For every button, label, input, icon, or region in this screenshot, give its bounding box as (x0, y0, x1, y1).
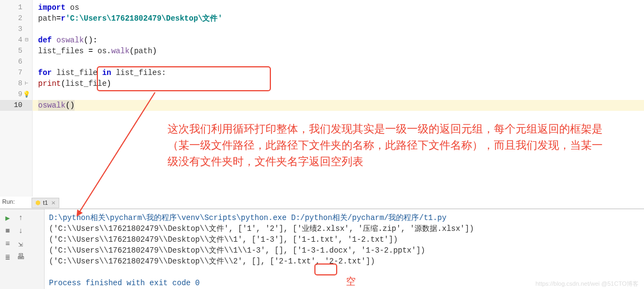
line-number: 1 (0, 2, 32, 13)
watermark: https://blog.csdn.net/wei @51CTO博客 (536, 280, 639, 288)
down-button[interactable]: ↓ (14, 224, 27, 237)
console-output[interactable]: D:\python相关\pycharm\我的程序\venv\Scripts\py… (45, 209, 644, 289)
output-line: ('C:\\Users\\17621802479\\Desktop\\文件\\2… (49, 256, 640, 267)
code-line: for list_file in list_files: (33, 67, 644, 78)
stop-button[interactable]: ■ (1, 224, 14, 237)
code-line: path=r'C:\Users\17621802479\Desktop\文件' (33, 13, 644, 24)
line-number: 5 (0, 46, 32, 56)
line-number: 3 (0, 24, 32, 35)
output-line: ('C:\\Users\\17621802479\\Desktop\\文件\\1… (49, 245, 640, 256)
explanation-text: 这次我们利用循环打印整体，我们发现其实是一级一级的返回元组，每个元组返回的框架是… (168, 121, 608, 169)
wrap-button[interactable]: ⇲ (14, 237, 27, 250)
code-line (33, 89, 644, 100)
code-area[interactable]: import os path=r'C:\Users\17621802479\De… (33, 0, 644, 197)
code-line: oswalk() (33, 100, 644, 111)
output-line: ('C:\\Users\\17621802479\\Desktop\\文件\\1… (49, 234, 640, 245)
up-button[interactable]: ↑ (14, 211, 27, 224)
print-button[interactable]: 🖶 (14, 250, 27, 263)
code-line: import os (33, 2, 644, 13)
tab-label: t1 (43, 199, 48, 206)
fold-icon[interactable]: ⊟ (23, 36, 30, 43)
lightbulb-icon[interactable]: 💡 (23, 90, 30, 98)
code-line (33, 56, 644, 67)
code-line: print(list_file) (33, 78, 644, 89)
layout-button[interactable]: ≡ (1, 237, 14, 250)
code-line (33, 24, 644, 35)
more-button[interactable]: ≣ (1, 250, 14, 263)
editor-area: 1 2 3 4 5 6 7 8 9 10 ⊟ ⊢ 💡 import os pat… (0, 0, 644, 197)
line-number: 2 (0, 13, 32, 24)
run-toolbar: ▶ ↑ ■ ↓ ≡ ⇲ ≣ 🖶 (0, 209, 45, 289)
run-tabs: ⬢ t1 ✕ (32, 197, 59, 209)
empty-annotation: 空 (346, 275, 356, 288)
code-line: def oswalk(): (33, 35, 644, 46)
run-button[interactable]: ▶ (1, 211, 14, 224)
run-tab[interactable]: ⬢ t1 ✕ (32, 198, 59, 208)
run-panel: ▶ ↑ ■ ↓ ≡ ⇲ ≣ 🖶 D:\python相关\pycharm\我的程序… (0, 209, 644, 289)
line-number: 7 (0, 67, 32, 78)
output-line: ('C:\\Users\\17621802479\\Desktop\\文件', … (49, 223, 640, 234)
line-number: 6 (0, 56, 32, 67)
command-line: D:\python相关\pycharm\我的程序\venv\Scripts\py… (49, 212, 640, 223)
fold-end-icon[interactable]: ⊢ (23, 79, 30, 87)
python-icon: ⬢ (35, 199, 41, 206)
close-icon[interactable]: ✕ (51, 200, 55, 206)
blank-line (49, 267, 640, 278)
gutter: 1 2 3 4 5 6 7 8 9 10 ⊟ ⊢ 💡 (0, 0, 33, 197)
line-number: 10 (0, 100, 32, 111)
code-line: list_files = os.walk(path) (33, 46, 644, 56)
run-label: Run: (2, 198, 15, 205)
